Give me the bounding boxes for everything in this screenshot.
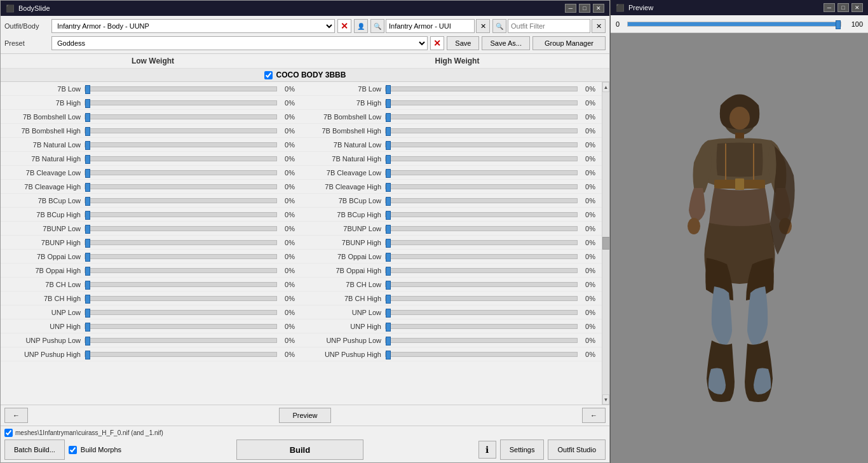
low-slider-track[interactable]: [85, 226, 277, 231]
filter1-input[interactable]: [386, 19, 475, 33]
high-slider-track-container: [384, 240, 579, 245]
slider-row: 7B Cleavage High 0% 7B Cleavage High: [1, 180, 602, 194]
save-button[interactable]: Save: [447, 36, 479, 50]
low-slider-track[interactable]: [85, 212, 277, 217]
slider-name-high: UNP Pushup High: [301, 351, 384, 358]
low-slider-value: 0%: [278, 253, 301, 260]
high-slider-track[interactable]: [385, 240, 578, 245]
outfit-select[interactable]: Infantry Armor - Body - UUNP: [51, 19, 335, 33]
preset-clear-button[interactable]: ✕: [430, 36, 444, 50]
nav-right-button[interactable]: ←: [582, 408, 606, 423]
low-slider-track[interactable]: [85, 324, 277, 329]
high-slider-track[interactable]: [385, 324, 578, 329]
low-slider-track[interactable]: [85, 296, 277, 301]
low-slider-track[interactable]: [85, 338, 277, 343]
low-slider-track[interactable]: [85, 100, 277, 105]
save-as-button[interactable]: Save As...: [482, 36, 530, 50]
slider-name-high: UNP Pushup Low: [301, 337, 384, 344]
filter2-clear[interactable]: ✕: [592, 19, 606, 33]
low-slider-track[interactable]: [85, 310, 277, 315]
slider-name-high: 7B CH Low: [301, 281, 384, 288]
slider-name-low: 7B Cleavage High: [1, 183, 83, 191]
scroll-up[interactable]: ▲: [602, 82, 609, 92]
outfit-clear-button[interactable]: ✕: [337, 19, 351, 33]
low-half: 7B Bombshell High 0%: [1, 127, 301, 135]
low-slider-value: 0%: [278, 197, 301, 205]
high-slider-track-container: [384, 142, 579, 147]
batch-build-button[interactable]: Batch Build...: [4, 440, 65, 460]
outfit-studio-button[interactable]: Outfit Studio: [548, 440, 606, 460]
preview-maximize-button[interactable]: □: [837, 3, 849, 12]
low-slider-value: 0%: [278, 225, 301, 232]
high-slider-track[interactable]: [385, 184, 578, 189]
slider-name-low: 7B CH Low: [1, 281, 83, 288]
low-half: 7B Natural Low 0%: [1, 141, 301, 149]
high-slider-track-container: [384, 100, 579, 105]
low-slider-track[interactable]: [85, 128, 277, 133]
high-slider-track-container: [384, 282, 579, 287]
nav-left-button[interactable]: ←: [4, 408, 28, 423]
high-slider-track[interactable]: [385, 310, 578, 315]
high-slider-track[interactable]: [385, 156, 578, 161]
preset-select[interactable]: Goddess: [51, 36, 428, 50]
high-half: 7B Bombshell Low 0%: [301, 113, 602, 121]
filter1-clear[interactable]: ✕: [476, 19, 490, 33]
maximize-button[interactable]: □: [579, 4, 590, 13]
weight-headers: Low Weight High Weight: [1, 54, 609, 69]
low-slider-track[interactable]: [85, 114, 277, 119]
high-slider-track-container: [384, 296, 579, 301]
high-slider-track[interactable]: [385, 296, 578, 301]
slider-name-high: 7B Low: [301, 85, 384, 93]
high-slider-track[interactable]: [385, 114, 578, 119]
filter2-input[interactable]: [508, 19, 590, 33]
build-morphs-checkbox[interactable]: [69, 446, 77, 454]
scroll-down[interactable]: ▼: [602, 394, 609, 405]
preview-viewport[interactable]: [611, 33, 868, 463]
high-slider-track[interactable]: [385, 282, 578, 287]
high-weight-header: High Weight: [305, 57, 609, 65]
low-slider-track[interactable]: [85, 142, 277, 147]
high-slider-track[interactable]: [385, 86, 578, 91]
low-slider-track[interactable]: [85, 156, 277, 161]
preview-minimize-button[interactable]: ─: [824, 3, 835, 12]
low-slider-track-container: [83, 184, 278, 189]
high-slider-track[interactable]: [385, 338, 578, 343]
low-slider-track[interactable]: [85, 170, 277, 175]
svg-point-6: [688, 218, 700, 234]
group-checkbox[interactable]: [264, 71, 273, 79]
low-slider-track[interactable]: [85, 184, 277, 189]
group-manager-button[interactable]: Group Manager: [532, 36, 606, 50]
high-slider-track[interactable]: [385, 198, 578, 203]
preview-weight-slider[interactable]: [627, 22, 841, 27]
mesh-checkbox[interactable]: [4, 429, 13, 437]
high-slider-track[interactable]: [385, 128, 578, 133]
low-slider-track[interactable]: [85, 352, 277, 357]
high-slider-track[interactable]: [385, 226, 578, 231]
low-slider-track[interactable]: [85, 240, 277, 245]
low-slider-track[interactable]: [85, 282, 277, 287]
high-slider-track[interactable]: [385, 212, 578, 217]
info-button[interactable]: ℹ: [478, 441, 496, 459]
high-half: 7B CH High 0%: [301, 295, 602, 302]
preview-close-button[interactable]: ✕: [851, 3, 863, 12]
high-slider-track[interactable]: [385, 352, 578, 357]
low-slider-track-container: [83, 226, 278, 231]
low-slider-track[interactable]: [85, 268, 277, 273]
high-slider-track[interactable]: [385, 268, 578, 273]
low-slider-track[interactable]: [85, 86, 277, 91]
footer-buttons: Batch Build... Build Morphs Build ℹ Sett…: [4, 440, 606, 460]
high-slider-track[interactable]: [385, 170, 578, 175]
preview-button[interactable]: Preview: [279, 408, 330, 423]
low-slider-track[interactable]: [85, 254, 277, 259]
low-slider-value: 0%: [278, 85, 301, 93]
low-slider-track[interactable]: [85, 198, 277, 203]
settings-button[interactable]: Settings: [500, 440, 545, 460]
high-slider-track[interactable]: [385, 100, 578, 105]
scroll-bar[interactable]: ▲ ▼: [602, 82, 609, 405]
high-slider-track[interactable]: [385, 254, 578, 259]
close-button[interactable]: ✕: [593, 4, 604, 13]
build-button[interactable]: Build: [236, 440, 363, 460]
low-half: 7B Bombshell Low 0%: [1, 113, 301, 121]
minimize-button[interactable]: ─: [565, 4, 576, 13]
high-slider-track[interactable]: [385, 142, 578, 147]
